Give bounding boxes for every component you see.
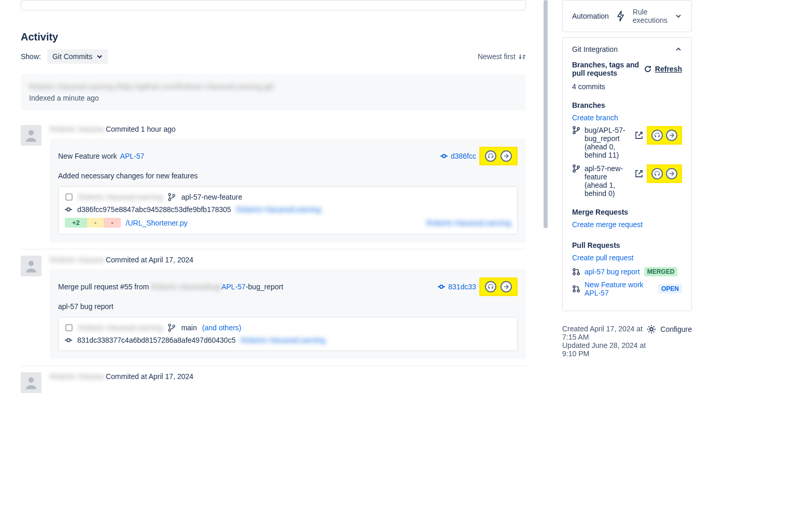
svg-point-23: [573, 127, 575, 129]
pull-request-row: New Feature work APL-57 OPEN: [572, 281, 682, 297]
branch-name: apl-57-new-feature: [181, 193, 242, 201]
svg-point-18: [173, 325, 175, 327]
repo-link[interactable]: Roberto-Viacana/Learning: [241, 336, 325, 344]
file-link[interactable]: /URL_Shortener.py: [126, 219, 188, 227]
create-branch-link[interactable]: Create branch: [572, 114, 682, 122]
commit-description: apl-57 bug report: [58, 302, 518, 311]
commit-hash-link[interactable]: d386fcc: [440, 152, 476, 160]
repo-name: Roberto Viacana/Learning: [78, 193, 162, 201]
gitkraken-icon[interactable]: [651, 130, 663, 141]
commit-title-prefix: Merge pull request #55 from: [58, 283, 151, 291]
repo-link[interactable]: Roberto-Viacana/Learning: [237, 205, 321, 214]
merge-requests-heading: Merge Requests: [572, 208, 682, 216]
automation-header[interactable]: Automation Rule executions: [563, 1, 691, 32]
svg-point-8: [67, 208, 70, 211]
gitkraken-icon[interactable]: [485, 281, 496, 292]
svg-point-27: [573, 170, 575, 172]
activity-filter-select[interactable]: Git Commits: [47, 49, 108, 64]
commit-author: Roberto Viacana: [50, 372, 104, 381]
sort-newest-first[interactable]: Newest first: [478, 52, 526, 61]
refresh-icon: [644, 65, 652, 73]
issue-link[interactable]: APL-57: [221, 283, 246, 291]
create-merge-request-link[interactable]: Create merge request: [572, 220, 682, 229]
pull-request-row: apl-57 bug report MERGED: [572, 267, 682, 276]
branch-icon: [572, 126, 580, 134]
open-external-icon[interactable]: [501, 281, 512, 292]
show-label: Show:: [21, 52, 41, 61]
gitkraken-icon[interactable]: [485, 150, 496, 162]
chevron-down-icon: [96, 53, 103, 60]
highlighted-tool-icons: [647, 126, 682, 145]
commit-description: Added necessary changes for new features: [58, 172, 518, 180]
avatar: [21, 372, 41, 393]
commit-title-prefix: New Feature work: [58, 152, 117, 160]
branch-icon: [168, 324, 176, 332]
gitkraken-icon[interactable]: [651, 168, 663, 179]
highlighted-tool-icons: [647, 164, 682, 183]
branches-heading: Branches: [572, 101, 682, 109]
svg-point-19: [67, 339, 70, 342]
avatar: [21, 256, 41, 276]
status-badge: OPEN: [658, 284, 682, 293]
repo-link-2[interactable]: Roberto-Viacana/Learning: [426, 219, 511, 227]
svg-point-5: [169, 193, 171, 195]
svg-point-26: [573, 165, 575, 167]
branch-icon: [572, 164, 580, 173]
diff-stats: +2 - -: [65, 218, 121, 228]
commit-hash-link[interactable]: 831dc33: [438, 283, 476, 291]
branch-row: bug/APL-57-bug_report (ahead 0, behind 1…: [572, 126, 682, 159]
issue-link[interactable]: APL-57: [120, 152, 145, 160]
svg-point-30: [573, 273, 575, 275]
svg-point-6: [169, 199, 171, 201]
pull-requests-heading: Pull Requests: [572, 241, 682, 249]
commit-detail-card: Roberto Viacana/Learning main (and other…: [58, 317, 518, 351]
open-external-icon[interactable]: [666, 130, 677, 141]
svg-point-11: [29, 261, 34, 266]
svg-point-25: [577, 128, 579, 130]
svg-point-1: [442, 155, 446, 158]
indexed-repo: Roberto Viacana/Learning (https://github…: [29, 82, 518, 91]
svg-point-35: [650, 328, 653, 331]
svg-point-22: [29, 377, 34, 383]
commit-author: Roberto Viacana: [50, 125, 104, 133]
branch-name: main: [181, 324, 197, 332]
full-hash: d386fcc975e8847abc945288c53dfe9bfb178305: [77, 205, 231, 214]
top-card-stub: [21, 0, 526, 10]
svg-point-7: [173, 194, 175, 197]
chevron-down-icon: [675, 12, 682, 20]
git-integration-header[interactable]: Git Integration: [563, 38, 691, 61]
svg-point-29: [573, 269, 575, 271]
svg-point-17: [169, 329, 171, 331]
branch-name: apl-57-new-feature (ahead 1, behind 0): [585, 164, 630, 198]
configure-button[interactable]: Configure: [647, 325, 692, 334]
branch-icon: [168, 193, 176, 201]
filter-value: Git Commits: [52, 52, 92, 61]
external-link-icon[interactable]: [634, 169, 644, 178]
commit-detail-card: Roberto Viacana/Learning apl-57-new-feat…: [58, 186, 518, 234]
refresh-button[interactable]: Refresh: [644, 65, 682, 73]
highlighted-tool-icons: [479, 147, 518, 165]
highlighted-tool-icons: [479, 277, 518, 296]
svg-point-32: [573, 286, 575, 288]
svg-point-16: [169, 324, 171, 326]
commit-author: Roberto Viacana: [50, 256, 104, 264]
open-external-icon[interactable]: [666, 168, 677, 179]
svg-rect-4: [66, 194, 72, 200]
commit-node-icon: [440, 152, 448, 160]
external-link-icon[interactable]: [634, 131, 644, 140]
scrollbar-thumb[interactable]: [544, 0, 548, 228]
repo-name: Roberto Viacana/Learning: [78, 324, 162, 332]
pull-request-icon: [572, 285, 580, 293]
git-integration-panel: Git Integration Branches, tags and pull …: [562, 37, 692, 311]
branch-row: apl-57-new-feature (ahead 1, behind 0): [572, 164, 682, 198]
svg-point-24: [573, 132, 575, 134]
commits-count: 4 commits: [572, 82, 682, 91]
commit-node-icon: [438, 283, 445, 290]
bolt-icon: [616, 10, 626, 22]
create-pull-request-link[interactable]: Create pull request: [572, 254, 682, 262]
pr-title[interactable]: apl-57 bug report: [585, 268, 640, 276]
svg-point-12: [440, 285, 443, 288]
branch-extra[interactable]: (and others): [202, 324, 241, 332]
open-external-icon[interactable]: [501, 150, 512, 162]
pr-title[interactable]: New Feature work APL-57: [585, 281, 654, 297]
